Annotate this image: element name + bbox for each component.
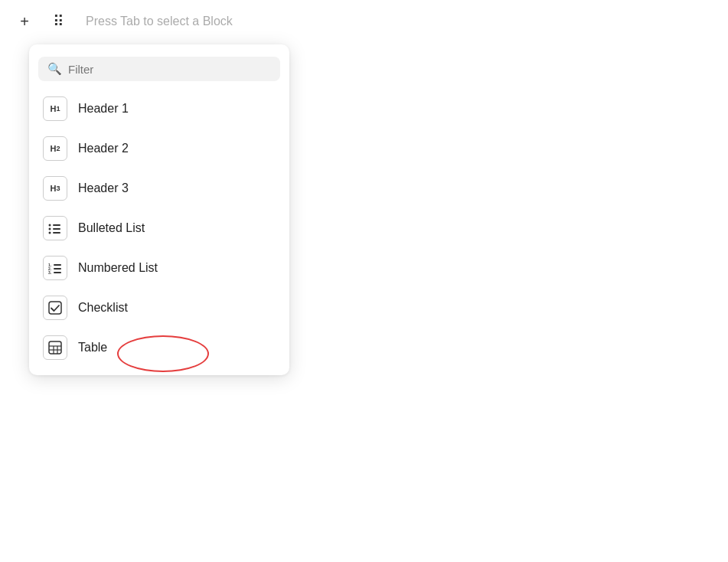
svg-point-4 [49,232,51,234]
table-label: Table [78,341,107,355]
svg-rect-13 [49,341,61,354]
filter-input-wrapper[interactable]: 🔍 [38,57,280,81]
svg-rect-1 [53,224,60,226]
menu-item-numbered[interactable]: 1. 2. 3. Numbered List [29,248,289,288]
svg-rect-11 [54,272,61,273]
bulleted-list-icon [43,216,67,240]
editor-toolbar: + ⠿ Press Tab to select a Block [0,0,728,43]
header2-icon: H2 [43,136,67,161]
menu-item-header2[interactable]: H2 Header 2 [29,129,289,168]
menu-item-header1[interactable]: H1 Header 1 [29,89,289,129]
checklist-label: Checklist [78,301,128,315]
header1-icon: H1 [43,96,67,121]
add-block-button[interactable]: + [12,9,37,34]
header2-label: Header 2 [78,142,129,155]
filter-container: 🔍 [29,52,289,89]
header3-label: Header 3 [78,181,129,195]
search-icon: 🔍 [47,62,62,76]
filter-input[interactable] [68,63,271,76]
menu-item-bulleted[interactable]: Bulleted List [29,208,289,248]
svg-point-0 [49,224,51,227]
svg-text:3.: 3. [48,270,52,275]
menu-item-table[interactable]: Table [29,328,289,368]
svg-rect-9 [54,268,61,270]
numbered-list-icon: 1. 2. 3. [43,256,67,280]
checklist-icon [43,296,67,320]
svg-rect-5 [53,232,60,234]
svg-point-2 [49,228,51,230]
header1-label: Header 1 [78,102,129,116]
svg-rect-7 [54,264,61,266]
menu-item-checklist[interactable]: Checklist [29,288,289,328]
block-placeholder: Press Tab to select a Block [80,11,239,31]
numbered-list-label: Numbered List [78,261,158,275]
svg-rect-3 [53,228,60,230]
block-selector-dropdown: 🔍 H1 Header 1 H2 Header 2 H3 Header 3 Bu… [29,44,289,375]
drag-handle-button[interactable]: ⠿ [46,9,70,34]
bulleted-list-label: Bulleted List [78,221,145,235]
header3-icon: H3 [43,176,67,201]
menu-item-header3[interactable]: H3 Header 3 [29,168,289,208]
table-icon [43,335,67,360]
